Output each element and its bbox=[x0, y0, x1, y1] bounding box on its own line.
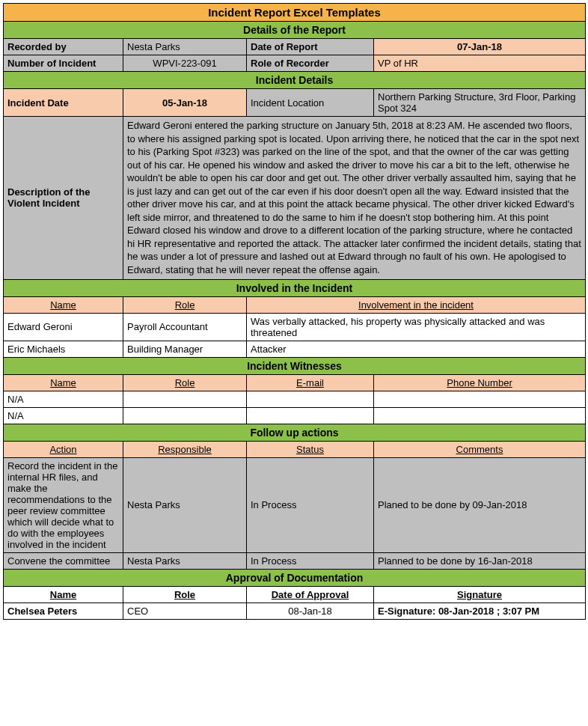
witness-phone bbox=[374, 391, 586, 407]
incident-number-label: Number of Incident bbox=[4, 55, 123, 72]
witness-name: N/A bbox=[4, 391, 123, 407]
date-report-label: Date of Report bbox=[247, 39, 374, 55]
incident-location-value: Northern Parking Structure, 3rd Floor, P… bbox=[374, 89, 586, 117]
table-row: Record the incident in the internal HR f… bbox=[4, 457, 586, 552]
followup-responsible: Nesta Parks bbox=[123, 552, 247, 569]
incident-date-label: Incident Date bbox=[4, 89, 123, 117]
followup-comments: Planned to be done by 16-Jan-2018 bbox=[374, 552, 586, 569]
witness-phone bbox=[374, 407, 586, 424]
involved-name: Eric Michaels bbox=[4, 341, 123, 357]
table-row: Edward Geroni Payroll Accountant Was ver… bbox=[4, 313, 586, 341]
followup-status: In Process bbox=[247, 552, 374, 569]
table-row: N/A bbox=[4, 391, 586, 407]
witness-email bbox=[247, 407, 374, 424]
followup-action: Convene the committee bbox=[4, 552, 123, 569]
involved-header-involvement: Involvement in the incident bbox=[247, 296, 586, 313]
table-row: Eric Michaels Building Manager Attacker bbox=[4, 341, 586, 357]
incident-description-label: Description of the Violent Incident bbox=[4, 117, 123, 280]
section-details: Details of the Report bbox=[4, 22, 586, 39]
involved-name: Edward Geroni bbox=[4, 313, 123, 341]
involved-involvement: Attacker bbox=[247, 341, 586, 357]
followup-comments: Planed to be done by 09-Jan-2018 bbox=[374, 457, 586, 552]
witness-role bbox=[123, 391, 247, 407]
incident-description-value: Edward Geroni entered the parking struct… bbox=[123, 117, 586, 280]
incident-date-value: 05-Jan-18 bbox=[123, 89, 247, 117]
incident-location-label: Incident Location bbox=[247, 89, 374, 117]
witness-header-phone: Phone Number bbox=[374, 374, 586, 391]
section-approval: Approval of Documentation bbox=[4, 569, 586, 586]
section-involved: Involved in the Incident bbox=[4, 279, 586, 296]
approval-header-date: Date of Approval bbox=[247, 586, 374, 603]
followup-header-comments: Comments bbox=[374, 441, 586, 457]
recorder-role-label: Role of Recorder bbox=[247, 55, 374, 72]
incident-number-value: WPVI-223-091 bbox=[123, 55, 247, 72]
witness-header-role: Role bbox=[123, 374, 247, 391]
section-witnesses: Incident Witnesses bbox=[4, 357, 586, 374]
incident-report-table: Incident Report Excel Templates Details … bbox=[3, 3, 586, 620]
followup-header-status: Status bbox=[247, 441, 374, 457]
witness-email bbox=[247, 391, 374, 407]
followup-header-action: Action bbox=[4, 441, 123, 457]
table-row: Convene the committee Nesta Parks In Pro… bbox=[4, 552, 586, 569]
page-title: Incident Report Excel Templates bbox=[4, 4, 586, 22]
approval-role: CEO bbox=[123, 603, 247, 619]
witness-header-email: E-mail bbox=[247, 374, 374, 391]
involved-header-name: Name bbox=[4, 296, 123, 313]
involved-involvement: Was verbally attacked, his property was … bbox=[247, 313, 586, 341]
witness-role bbox=[123, 407, 247, 424]
recorder-role-value: VP of HR bbox=[374, 55, 586, 72]
section-followup: Follow up actions bbox=[4, 424, 586, 441]
table-row: N/A bbox=[4, 407, 586, 424]
approval-header-signature: Signature bbox=[374, 586, 586, 603]
recorded-by-value: Nesta Parks bbox=[123, 39, 247, 55]
followup-status: In Process bbox=[247, 457, 374, 552]
involved-role: Payroll Accountant bbox=[123, 313, 247, 341]
date-report-value: 07-Jan-18 bbox=[374, 39, 586, 55]
approval-signature: E-Signature: 08-Jan-2018 ; 3:07 PM bbox=[374, 603, 586, 619]
recorded-by-label: Recorded by bbox=[4, 39, 123, 55]
table-row: Chelsea Peters CEO 08-Jan-18 E-Signature… bbox=[4, 603, 586, 619]
involved-role: Building Manager bbox=[123, 341, 247, 357]
followup-action: Record the incident in the internal HR f… bbox=[4, 457, 123, 552]
approval-header-role: Role bbox=[123, 586, 247, 603]
approval-name: Chelsea Peters bbox=[4, 603, 123, 619]
followup-responsible: Nesta Parks bbox=[123, 457, 247, 552]
witness-header-name: Name bbox=[4, 374, 123, 391]
approval-date: 08-Jan-18 bbox=[247, 603, 374, 619]
witness-name: N/A bbox=[4, 407, 123, 424]
section-incident: Incident Details bbox=[4, 72, 586, 89]
followup-header-responsible: Responsible bbox=[123, 441, 247, 457]
involved-header-role: Role bbox=[123, 296, 247, 313]
approval-header-name: Name bbox=[4, 586, 123, 603]
